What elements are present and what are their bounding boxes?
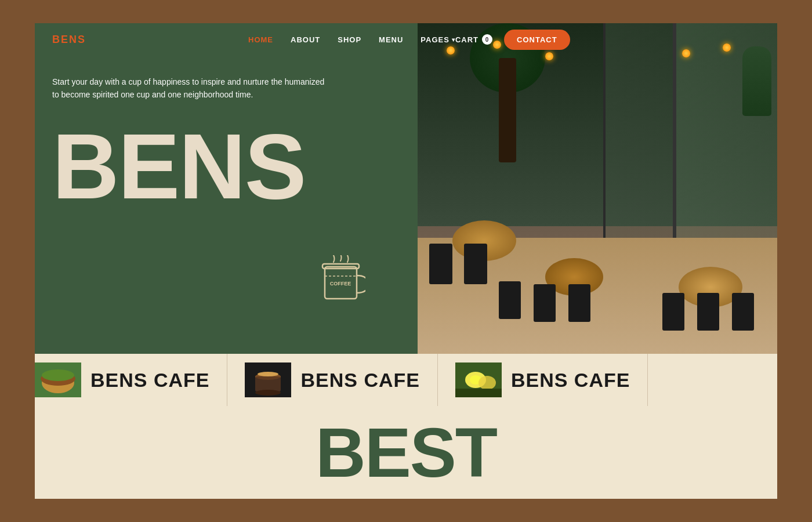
chair-1: [429, 244, 452, 284]
plant: [742, 46, 771, 116]
svg-point-17: [478, 376, 496, 390]
chair-2: [464, 244, 487, 284]
nav-pages-dropdown[interactable]: PAGES ▾: [420, 35, 455, 44]
chair-3: [499, 281, 521, 319]
hero-section: BENS HOME ABOUT SHOP MENU PAGES ▾ CART 0: [35, 23, 777, 354]
contact-button[interactable]: CONTACT: [504, 30, 570, 50]
light-4: [723, 44, 731, 52]
chair-5: [568, 284, 590, 322]
nav-link-menu[interactable]: MENU: [379, 35, 403, 44]
nav-links: HOME ABOUT SHOP MENU PAGES ▾: [248, 35, 455, 44]
navbar: BENS HOME ABOUT SHOP MENU PAGES ▾ CART 0: [35, 23, 418, 56]
ticker-item-2: BENS CAFE: [227, 362, 437, 397]
light-1: [447, 46, 455, 55]
svg-rect-18: [455, 389, 502, 397]
svg-point-11: [255, 390, 281, 396]
hero-title: BENS: [52, 125, 400, 208]
best-title: BEST: [316, 418, 496, 487]
ticker-strip: BENS CAFE BENS CAFE: [35, 354, 777, 406]
hero-left-panel: BENS HOME ABOUT SHOP MENU PAGES ▾ CART 0: [35, 23, 418, 354]
chair-4: [534, 284, 556, 322]
ticker-track: BENS CAFE BENS CAFE: [35, 354, 648, 406]
nav-link-pages-label: PAGES: [420, 35, 449, 44]
cart-button[interactable]: CART 0: [455, 34, 492, 45]
ticker-label-3: BENS CAFE: [511, 369, 630, 392]
best-section: BEST: [35, 406, 777, 499]
ticker-label-2: BENS CAFE: [300, 369, 419, 392]
svg-text:COFFEE: COFFEE: [330, 281, 351, 287]
cafe-photo: [418, 23, 777, 354]
chair-6: [732, 293, 754, 331]
svg-point-7: [42, 369, 74, 381]
nav-link-about[interactable]: ABOUT: [291, 35, 320, 44]
main-frame: BENS HOME ABOUT SHOP MENU PAGES ▾ CART 0: [35, 23, 777, 499]
hero-content: Start your day with a cup of happiness t…: [52, 75, 400, 208]
light-5: [682, 49, 690, 57]
coffee-cup-icon: COFFEE: [319, 255, 365, 307]
hero-tagline: Start your day with a cup of happiness t…: [52, 75, 331, 102]
cart-count-badge: 0: [482, 34, 492, 45]
nav-link-home[interactable]: HOME: [248, 35, 273, 44]
nav-link-shop[interactable]: SHOP: [338, 35, 361, 44]
site-logo[interactable]: BENS: [52, 34, 86, 46]
tree-trunk: [499, 58, 516, 162]
cart-label: CART: [455, 35, 478, 44]
nav-right: CART 0 CONTACT: [455, 30, 570, 50]
glass-panel-left: [603, 23, 673, 244]
ticker-divider-3: [647, 354, 648, 406]
ticker-item-1: BENS CAFE: [35, 362, 227, 397]
food-image-3: [455, 362, 502, 397]
light-3: [545, 52, 553, 60]
food-image-1: [35, 362, 81, 397]
hero-right-panel: [418, 23, 777, 354]
food-image-2: [245, 362, 291, 397]
chair-7: [697, 293, 719, 331]
svg-point-13: [258, 372, 278, 376]
ticker-label-1: BENS CAFE: [90, 369, 209, 392]
chair-8: [662, 293, 684, 331]
ticker-item-3: BENS CAFE: [438, 362, 647, 397]
